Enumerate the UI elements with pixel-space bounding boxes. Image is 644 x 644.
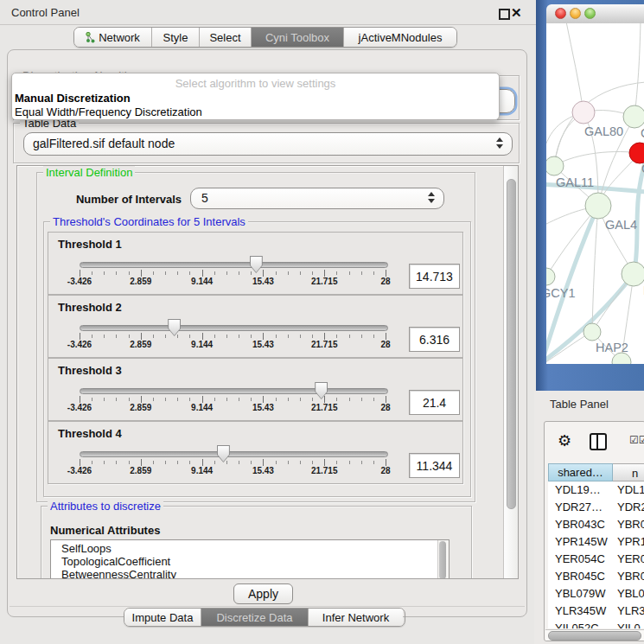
panel-bottom-separator <box>10 606 525 607</box>
table-panel-inset: ⚙ ☑☑ shared… n YDL19…YDL1 YDR27…YDR2 YBR… <box>544 421 644 641</box>
table-cell[interactable]: YDL1 <box>617 483 644 496</box>
table-cell[interactable]: YBR0 <box>617 518 644 531</box>
attribute-list-scrollbar[interactable] <box>437 540 449 579</box>
threshold-1-slider-track[interactable] <box>80 262 388 268</box>
threshold-1-value[interactable]: 14.713 <box>409 264 460 289</box>
table-panel-title: Table Panel <box>550 398 609 411</box>
node-label-hap2: HAP2 <box>596 341 628 354</box>
node-red[interactable] <box>629 143 644 163</box>
node-ga[interactable] <box>623 105 644 128</box>
scale-label: 2.859 <box>115 466 167 475</box>
table-cell[interactable]: YBL079W <box>555 587 606 600</box>
checkbox-columns-icon[interactable]: ☑☑ <box>629 434 644 446</box>
close-panel-icon[interactable]: ✕ <box>511 5 522 21</box>
table-cell[interactable]: YIL0 <box>617 622 641 628</box>
gear-icon[interactable]: ⚙ <box>558 431 571 450</box>
table-cell[interactable]: YBR045C <box>555 570 605 583</box>
table-horizontal-scrollbar[interactable] <box>545 629 644 641</box>
tab-cyni-toolbox[interactable]: Cyni Toolbox <box>252 28 344 47</box>
threshold-3-major-ticks <box>80 396 387 403</box>
scale-label: -3.426 <box>54 403 105 412</box>
table-cell[interactable]: YIL052C <box>555 622 599 628</box>
table-cell[interactable]: YER0 <box>617 552 644 565</box>
list-item[interactable]: BetweennessCentrality <box>51 568 449 579</box>
table-cell[interactable]: YPR1 <box>617 535 644 548</box>
threshold-3-value[interactable]: 21.4 <box>409 390 460 415</box>
threshold-2-major-ticks <box>80 333 387 340</box>
number-of-intervals-spinner[interactable]: 5 <box>190 188 444 209</box>
tab-network[interactable]: Network <box>74 28 152 47</box>
table-cell[interactable]: YDL19… <box>555 483 601 496</box>
split-columns-icon[interactable] <box>590 433 607 450</box>
minimize-window-icon[interactable] <box>570 8 581 19</box>
threshold-1-value-text: 14.713 <box>416 270 453 284</box>
scale-label: 28 <box>360 466 411 475</box>
tab-select[interactable]: Select <box>200 28 252 47</box>
table-cell[interactable]: YER054C <box>555 552 605 565</box>
list-item[interactable]: SelfLoops <box>51 540 449 555</box>
threshold-3-value-text: 21.4 <box>423 396 446 410</box>
apply-button-label: Apply <box>248 587 278 601</box>
network-window: GAL80 GA G GAL11 GAL4 GCY1 H HAP2 <box>536 0 644 391</box>
node-gcy1[interactable] <box>546 268 555 285</box>
table-header-name[interactable]: n <box>613 463 644 481</box>
tab-impute-data[interactable]: Impute Data <box>124 609 201 626</box>
network-canvas[interactable]: GAL80 GA G GAL11 GAL4 GCY1 H HAP2 <box>546 23 644 364</box>
node-h[interactable] <box>622 262 644 286</box>
table-cell[interactable]: YBL0 <box>617 587 644 600</box>
dropdown-option-equal-width[interactable]: Equal Width/Frequency Discretization <box>12 105 499 119</box>
numerical-attributes-list[interactable]: SelfLoops TopologicalCoefficient Between… <box>50 539 450 579</box>
node-gal11[interactable] <box>546 156 564 175</box>
table-cell[interactable]: YPR145W <box>555 535 608 548</box>
node-label-gal4: GAL4 <box>605 218 637 232</box>
table-cell[interactable]: YLR3 <box>617 604 644 617</box>
settings-vertical-scrollbar[interactable] <box>503 166 518 578</box>
tab-infer-network[interactable]: Infer Network <box>309 609 403 626</box>
apply-button[interactable]: Apply <box>233 583 293 604</box>
close-window-icon[interactable] <box>555 8 566 19</box>
threshold-3-slider-track[interactable] <box>80 388 388 394</box>
control-panel-titlebar: Control Panel ✕ <box>0 0 536 25</box>
float-window-icon[interactable] <box>499 9 510 20</box>
scale-label: 15.43 <box>237 466 289 475</box>
attributes-group-label: Attributes to discretize <box>48 500 163 513</box>
numerical-attributes-label: Numerical Attributes <box>50 524 160 537</box>
dropdown-option-manual[interactable]: Manual Discretization <box>12 92 499 105</box>
threshold-2-slider-track[interactable] <box>80 325 388 331</box>
table-data-combo[interactable]: galFiltered.sif default node <box>23 132 513 156</box>
tab-discretize-data-label: Discretize Data <box>216 611 292 624</box>
list-item[interactable]: TopologicalCoefficient <box>51 555 449 568</box>
threshold-4-slider-track[interactable] <box>80 451 388 457</box>
zoom-window-icon[interactable] <box>584 8 596 19</box>
threshold-4-value[interactable]: 11.344 <box>409 453 460 478</box>
table-cell[interactable]: YBR043C <box>555 518 605 531</box>
scale-label: 21.715 <box>298 340 350 349</box>
threshold-1-box: Threshold 1 -3.426 2.859 9.144 15.43 21.… <box>48 232 463 295</box>
scale-label: 15.43 <box>237 340 289 349</box>
network-nodes[interactable] <box>546 101 644 364</box>
tab-discretize-data[interactable]: Discretize Data <box>201 609 309 626</box>
threshold-2-value[interactable]: 6.316 <box>409 327 460 352</box>
node-gal80[interactable] <box>572 101 595 124</box>
table-cell[interactable]: YLR345W <box>555 604 606 617</box>
table-cell[interactable]: YDR27… <box>555 501 603 513</box>
cyni-toolbox-panel: Discretization Algorithm Table Data galF… <box>7 49 527 617</box>
dropdown-placeholder-item[interactable]: Select algorithm to view settings <box>12 73 499 92</box>
scale-label: 9.144 <box>176 466 228 475</box>
table-cell[interactable]: YBR0 <box>617 570 644 583</box>
node-gal4[interactable] <box>585 193 611 219</box>
network-window-titlebar <box>546 4 644 24</box>
table-header-shared[interactable]: shared… <box>548 463 613 481</box>
threshold-3-box: Threshold 3 -3.426 2.859 9.144 15.43 21.… <box>48 358 463 421</box>
table-data-combo-value: galFiltered.sif default node <box>33 137 175 150</box>
tab-network-label: Network <box>99 31 140 44</box>
table-cell[interactable]: YDR2 <box>617 501 644 513</box>
threshold-coordinates-label: Threshold's Coordinates for 5 Intervals <box>50 215 248 228</box>
tab-style[interactable]: Style <box>152 28 200 47</box>
scale-label: 28 <box>360 403 411 412</box>
scale-label: 2.859 <box>115 277 167 286</box>
tab-jactivemnodules[interactable]: jActiveMNodules <box>344 28 456 47</box>
threshold-4-value-text: 11.344 <box>417 459 453 473</box>
node-hap2[interactable] <box>583 323 601 341</box>
control-panel-tabs: Network Style Select Cyni Toolbox jActiv… <box>73 27 457 48</box>
